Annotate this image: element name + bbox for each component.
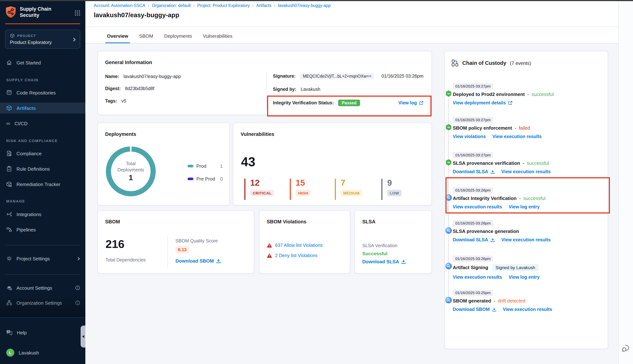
link-label: View execution results <box>492 134 542 139</box>
tab-vulnerabilities[interactable]: Vulnerabilities <box>202 33 233 44</box>
signature-value[interactable]: MEQCICde2VjIT...bL+2+mqnOXw== <box>300 73 374 80</box>
event-timestamp: 01/16/2025 03:26pm <box>453 220 493 226</box>
slsa-verification-label: SLSA Verification <box>362 243 398 248</box>
support-chat-icon[interactable] <box>622 344 630 353</box>
breadcrumb-separator: › <box>274 3 276 8</box>
digest-row: Digest: 8d23bd3b5d8f <box>105 86 154 91</box>
download-sbom-link[interactable]: Download SBOM <box>453 307 496 312</box>
tab-deployments[interactable]: Deployments <box>164 33 193 44</box>
sidebar-item-label: Help <box>17 330 27 335</box>
view-log-link[interactable]: View log <box>398 100 424 106</box>
signature-row: Signature: MEQCICde2VjIT...bL+2+mqnOXw==… <box>273 73 424 80</box>
breadcrumb-organization[interactable]: Organization: default <box>152 3 191 8</box>
scan-circle-icon <box>445 262 452 270</box>
severity-low: 9 LOW <box>381 179 402 200</box>
link-label: View deployment details <box>453 100 506 105</box>
view-execution-results-link[interactable]: View execution results <box>503 307 552 312</box>
view-violations-link[interactable]: View violations <box>453 134 486 139</box>
download-sbom-link[interactable]: Download SBOM <box>176 258 221 264</box>
help-chat-icon: ? <box>6 330 12 336</box>
breadcrumb-separator: › <box>193 3 195 8</box>
breadcrumb-account[interactable]: Account: Automation-SSCA <box>94 3 145 8</box>
allow-list-violations-link[interactable]: 637 Allow list Violations <box>275 243 322 248</box>
legend-label: Pre Prod <box>196 176 217 182</box>
severity-value: 7 <box>341 179 362 187</box>
breadcrumb-artifacts[interactable]: Artifacts <box>256 3 272 8</box>
timeline-event: 01/16/2025 03:26pm SLSA provenance gener… <box>445 219 604 242</box>
event-timestamp: 01/16/2025 03:26pm <box>453 187 493 193</box>
deny-list-violations-link[interactable]: 2 Deny list Violations <box>275 253 318 258</box>
layers-gear-icon <box>6 285 12 291</box>
page-title: lavakush07/easy-buggy-app <box>94 11 179 19</box>
warning-triangle-icon <box>267 253 272 258</box>
chain-of-custody-icon <box>451 59 459 67</box>
user-menu[interactable]: L Lavakush <box>0 347 85 358</box>
sidebar-item-integrations[interactable]: Integrations <box>0 209 85 220</box>
link-label: View execution results <box>501 237 550 242</box>
sidebar-item-compliance[interactable]: Compliance <box>0 148 85 159</box>
sidebar-item-cicd[interactable]: ∞ CI/CD <box>0 118 85 129</box>
download-slsa-link[interactable]: Download SLSA <box>453 169 495 174</box>
view-execution-results-link[interactable]: View execution results <box>501 169 550 174</box>
tab-overview[interactable]: Overview <box>106 33 129 44</box>
app-grid-icon[interactable] <box>74 10 80 16</box>
event-status: successful <box>527 160 549 166</box>
sidebar-item-label: Integrations <box>16 212 42 217</box>
link-label: View execution results <box>453 274 502 280</box>
sidebar-item-remediation-tracker[interactable]: Remediation Tracker <box>0 179 85 190</box>
sidebar-item-get-started[interactable]: Get Started <box>0 57 85 68</box>
view-execution-results-link[interactable]: View execution results <box>501 237 550 242</box>
sidebar-item-pipelines[interactable]: Pipelines <box>0 224 85 235</box>
view-deployment-details-link[interactable]: View deployment details <box>453 100 512 105</box>
tab-sbom[interactable]: SBOM <box>138 33 154 44</box>
info-circle-icon[interactable] <box>75 285 80 290</box>
download-slsa-link[interactable]: Download SLSA <box>362 259 406 264</box>
infinity-icon: ∞ <box>6 122 10 125</box>
pipeline-hexagon-icon: ∞ <box>445 124 452 131</box>
card-title: General Information <box>105 60 152 65</box>
vulnerabilities-total: 43 <box>241 154 255 169</box>
download-slsa-link[interactable]: Download SLSA <box>453 237 495 242</box>
sidebar-item-label: Remediation Tracker <box>16 182 60 187</box>
sidebar-item-artifacts[interactable]: Artifacts <box>0 102 85 114</box>
sidebar-item-label: CI/CD <box>14 121 28 126</box>
home-icon <box>6 60 12 66</box>
legend-item-pre-prod: Pre Prod 0 <box>188 176 223 182</box>
sidebar-item-label: Account Settings <box>16 285 52 290</box>
scan-circle-icon <box>445 296 452 304</box>
sidebar-item-label: Pipelines <box>16 227 36 232</box>
severity-medium: 7 MEDIUM <box>335 179 362 200</box>
sidebar-item-label: Get Started <box>16 60 41 65</box>
timeline-event-highlighted: 01/16/2025 03:26pm Artifact Integrity Ve… <box>445 186 604 209</box>
breadcrumb-project[interactable]: Project: Product Exploratory <box>197 3 250 8</box>
sidebar-item-code-repositories[interactable]: </> Code Repositories <box>0 87 85 98</box>
view-execution-results-link[interactable]: View execution results <box>492 134 542 139</box>
integrity-status-label: Integrity Verification Status: <box>273 100 334 106</box>
pipeline-icon <box>6 227 12 232</box>
view-log-entry-link[interactable]: View log entry <box>509 274 540 280</box>
link-label: Download SBOM <box>453 307 490 312</box>
sidebar-item-rule-definitions[interactable]: Rule Definitions <box>0 163 85 174</box>
view-execution-results-link[interactable]: View execution results <box>453 204 502 209</box>
sidebar-collapse-handle[interactable] <box>80 326 85 348</box>
breadcrumb: Account: Automation-SSCA › Organization:… <box>94 3 330 8</box>
legend-value: 0 <box>220 176 223 182</box>
event-status: drift detected <box>498 298 525 304</box>
slsa-verification-status: Successful <box>362 251 388 256</box>
view-log-entry-link[interactable]: View log entry <box>509 204 540 209</box>
event-timestamp: 01/16/2025 03:27pm <box>453 117 493 123</box>
breadcrumb-current[interactable]: lavakush07/easy-buggy-app <box>278 3 331 8</box>
link-label: View execution results <box>503 307 552 312</box>
box-wrench-icon <box>6 181 12 187</box>
card-title: SBOM Violations <box>267 219 306 224</box>
view-execution-results-link[interactable]: View execution results <box>453 274 502 280</box>
warning-triangle-icon <box>267 243 272 248</box>
svg-text:∞: ∞ <box>447 125 450 129</box>
sidebar-item-project-settings[interactable]: Project Settings <box>0 253 85 264</box>
sidebar-item-help[interactable]: ? Help <box>0 327 85 338</box>
project-selector[interactable]: PROJECT Product Exploratory <box>5 30 80 49</box>
sidebar-item-account-settings[interactable]: Account Settings <box>0 282 85 293</box>
sidebar-item-label: Compliance <box>16 151 42 156</box>
events-count: (7 events) <box>510 60 531 66</box>
sidebar-divider <box>5 274 80 275</box>
